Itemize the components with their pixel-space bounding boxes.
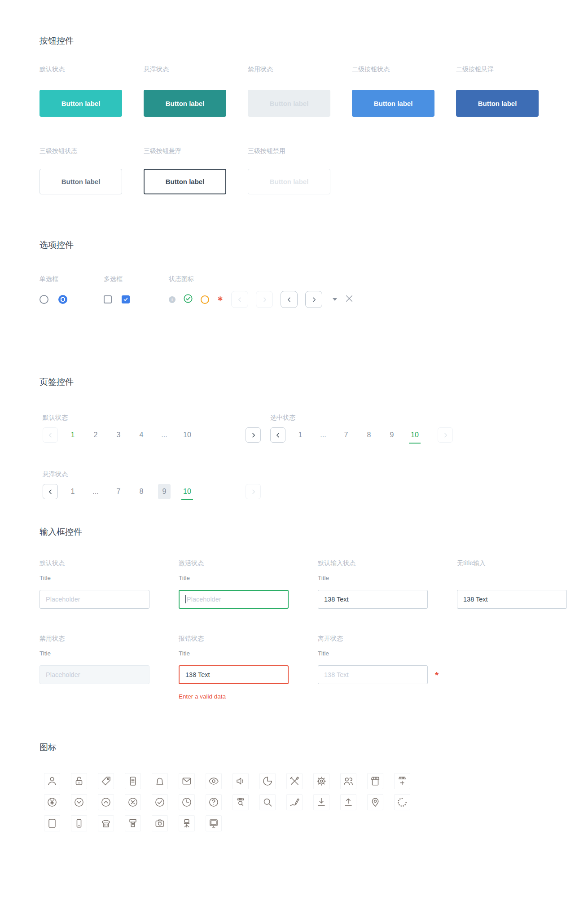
secondary-hover-button[interactable]: Button label [456, 90, 539, 117]
field-title-label: Title [318, 575, 329, 581]
button-spec-tertiary: 三级按钮状态Button label [39, 146, 122, 194]
pagination-selected: 选中状态1...78910 [270, 413, 453, 443]
location-pin-icon [367, 794, 383, 810]
clock-icon [179, 794, 195, 810]
page-number-1[interactable]: 1 [294, 427, 307, 443]
caret-down-icon[interactable] [333, 298, 337, 301]
next-page-button [246, 484, 261, 499]
chevron-down-circle-icon [71, 794, 87, 810]
checkbox-unchecked[interactable] [104, 295, 112, 303]
radio-checked[interactable] [58, 295, 67, 304]
text-cursor [185, 595, 186, 603]
page-number-1[interactable]: 1 [66, 484, 79, 499]
required-asterisk: * [435, 670, 439, 681]
gear-icon [313, 773, 329, 789]
secondary-button[interactable]: Button label [352, 90, 434, 117]
prev-button[interactable] [281, 291, 298, 308]
tools-icon [286, 773, 303, 789]
text-input-filled[interactable]: 138 Text [457, 590, 567, 609]
status-icons-label: 状态图标 [169, 274, 354, 283]
tertiary-hover-button[interactable]: Button label [144, 169, 226, 194]
primary-hover-button[interactable]: Button label [144, 90, 226, 117]
section-inputs: 输入框控件 默认状态TitlePlaceholder激活状态TitlePlace… [39, 526, 82, 538]
prev-page-button [43, 427, 58, 443]
prev-button-disabled [231, 291, 248, 308]
text-input-default[interactable]: Placeholder [39, 590, 149, 609]
section-title-buttons: 按钮控件 [39, 35, 560, 47]
section-pagination: 页签控件 默认状态1234...10 选中状态1...78910 悬浮状态1..… [39, 376, 74, 388]
radio-group-label: 单选框 [39, 274, 104, 283]
page-number-9[interactable]: 9 [158, 484, 171, 499]
checkbox-group-label: 多选框 [104, 274, 169, 283]
state-label: 悬浮状态 [144, 65, 226, 74]
monitor-icon [206, 815, 222, 831]
button-spec-disabled: 禁用状态Button label [248, 65, 330, 117]
page-number-1[interactable]: 1 [66, 427, 79, 443]
download-icon [313, 794, 329, 810]
page-number-10[interactable]: 10 [181, 484, 193, 499]
section-buttons: 按钮控件 默认状态Button label悬浮状态Button label禁用状… [39, 35, 560, 194]
close-icon[interactable] [345, 294, 354, 305]
state-label: 无title输入 [457, 558, 486, 567]
prev-page-button[interactable] [43, 484, 58, 499]
page-number-8[interactable]: 8 [135, 484, 148, 499]
page-number-4[interactable]: 4 [135, 427, 148, 443]
page-number-7[interactable]: 7 [112, 484, 125, 499]
next-button[interactable] [305, 291, 322, 308]
loading-spinner-icon [394, 794, 410, 810]
status-icons-group: 状态图标 [169, 274, 354, 308]
state-label: 禁用状态 [39, 634, 65, 643]
tertiary-button[interactable]: Button label [39, 169, 122, 194]
circle-orange-icon [201, 295, 209, 304]
text-input-leave[interactable]: 138 Text [318, 665, 428, 684]
page-number-7[interactable]: 7 [340, 427, 352, 443]
input-placeholder: Placeholder [46, 596, 80, 603]
error-message: Enter a valid data [179, 693, 226, 700]
page-number-3[interactable]: 3 [112, 427, 125, 443]
section-title-icons: 图标 [39, 742, 57, 753]
mobile-icon [71, 815, 87, 831]
page-number-10[interactable]: 10 [181, 427, 193, 443]
button-states-row-1: 默认状态Button label悬浮状态Button label禁用状态Butt… [39, 65, 560, 117]
button-spec-tertiary-hover: 三级按钮悬浮Button label [144, 146, 226, 194]
unlock-icon [71, 773, 87, 789]
state-label: 三级按钮禁用 [248, 146, 330, 155]
store-search-icon [233, 794, 249, 810]
next-page-button[interactable] [246, 427, 261, 443]
page-number-10[interactable]: 10 [408, 427, 421, 443]
button-spec-tertiary-disabled: 三级按钮禁用Button label [248, 146, 330, 194]
radio-group: 单选框 [39, 274, 104, 308]
text-input-disabled: Placeholder [39, 665, 149, 684]
page-number-8[interactable]: 8 [363, 427, 375, 443]
info-icon [169, 296, 176, 303]
volume-icon [233, 773, 249, 789]
field-title-label: Title [179, 575, 190, 581]
options-row: 单选框 多选框 状态图标 [39, 274, 354, 308]
pie-chart-icon [259, 773, 276, 789]
section-title-inputs: 输入框控件 [39, 526, 82, 538]
bell-icon [152, 773, 168, 789]
signature-icon [286, 794, 303, 810]
state-label: 二级按钮状态 [352, 65, 434, 74]
input-value: 138 Text [185, 671, 210, 678]
button-spec-secondary: 二级按钮状态Button label [352, 65, 434, 117]
radio-unchecked[interactable] [39, 295, 48, 304]
page-number-9[interactable]: 9 [386, 427, 398, 443]
state-label: 二级按钮悬浮 [456, 65, 539, 74]
users-icon [340, 773, 356, 789]
disabled-button: Button label [248, 90, 330, 117]
text-input-filled[interactable]: 138 Text [318, 590, 428, 609]
camera-icon [152, 815, 168, 831]
checkbox-checked[interactable] [122, 295, 130, 303]
check-circle-icon [183, 294, 193, 305]
text-input-error[interactable]: 138 Text [179, 665, 289, 684]
primary-button[interactable]: Button label [39, 90, 122, 117]
eye-icon [206, 773, 222, 789]
state-label: 离开状态 [318, 634, 343, 643]
prev-page-button[interactable] [270, 427, 285, 443]
text-input-active[interactable]: Placeholder [179, 590, 289, 609]
icon-grid-row-3 [44, 815, 233, 831]
mail-icon [179, 773, 195, 789]
page-number-2[interactable]: 2 [89, 427, 102, 443]
state-label: 三级按钮状态 [39, 146, 122, 155]
